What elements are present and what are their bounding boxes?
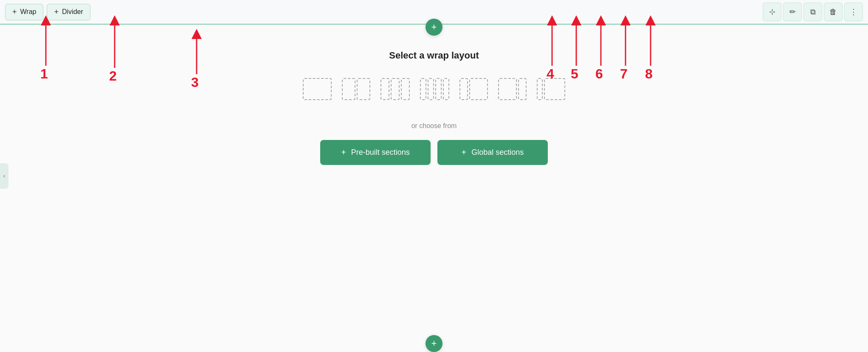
layout-col-narrow (459, 78, 468, 100)
layout-1-3-2-3[interactable] (458, 76, 490, 102)
wrap-label: Wrap (20, 8, 37, 16)
layout-1-4-3-4[interactable] (535, 76, 567, 102)
add-section-button-bottom[interactable]: + (426, 335, 442, 352)
page-title: Select a wrap layout (389, 50, 479, 61)
delete-icon: 🗑 (829, 8, 837, 17)
layout-col-narrow (537, 78, 543, 100)
add-icon-top: + (431, 22, 437, 33)
more-button[interactable]: ⋮ (844, 3, 863, 21)
layout-col (391, 78, 400, 100)
layout-2-3-1-3[interactable] (496, 76, 528, 102)
edit-button[interactable]: ✏ (783, 3, 802, 21)
divider-button[interactable]: + Divider (47, 4, 90, 20)
or-text: or choose from (411, 122, 457, 130)
layout-col-narrow (518, 78, 527, 100)
pre-built-plus-icon: + (341, 148, 346, 157)
layout-4col[interactable] (418, 76, 451, 102)
layout-col (303, 78, 332, 100)
edit-icon: ✏ (789, 7, 796, 17)
toolbar-right: ⊹ ✏ ⧉ 🗑 ⋮ (763, 3, 863, 21)
chevron-left-icon: ‹ (3, 173, 5, 179)
layout-col (380, 78, 389, 100)
layout-col (357, 78, 370, 100)
divider-label: Divider (62, 8, 83, 16)
global-sections-label: Global sections (471, 148, 524, 157)
layout-col (428, 78, 434, 100)
delete-button[interactable]: 🗑 (824, 3, 843, 21)
layout-options-row (301, 76, 567, 102)
layout-col (435, 78, 442, 100)
copy-icon: ⧉ (810, 8, 816, 17)
pre-built-sections-button[interactable]: + Pre-built sections (320, 140, 431, 165)
main-content: Select a wrap layout (0, 25, 868, 352)
copy-button[interactable]: ⧉ (803, 3, 822, 21)
layout-1col[interactable] (301, 76, 333, 102)
add-section-button-top[interactable]: + (426, 19, 442, 36)
wrap-plus-icon: + (12, 8, 17, 17)
pre-built-label: Pre-built sections (351, 148, 410, 157)
toolbar-left: + Wrap + Divider (5, 4, 90, 20)
move-icon: ⊹ (769, 7, 775, 17)
layout-col-wide (469, 78, 488, 100)
move-button[interactable]: ⊹ (763, 3, 781, 21)
layout-col-wide (498, 78, 517, 100)
section-buttons: + Pre-built sections + Global sections (320, 140, 548, 165)
divider-plus-icon: + (54, 8, 59, 17)
wrap-button[interactable]: + Wrap (5, 4, 43, 20)
layout-col (401, 78, 410, 100)
global-plus-icon: + (462, 148, 467, 157)
layout-col (443, 78, 449, 100)
global-sections-button[interactable]: + Global sections (437, 140, 548, 165)
layout-col (342, 78, 355, 100)
collapse-handle[interactable]: ‹ (0, 163, 8, 189)
layout-3col[interactable] (379, 76, 411, 102)
layout-col-wide (544, 78, 565, 100)
add-icon-bottom: + (431, 338, 437, 349)
layout-col (420, 78, 426, 100)
more-icon: ⋮ (850, 7, 857, 17)
layout-2col[interactable] (340, 76, 372, 102)
